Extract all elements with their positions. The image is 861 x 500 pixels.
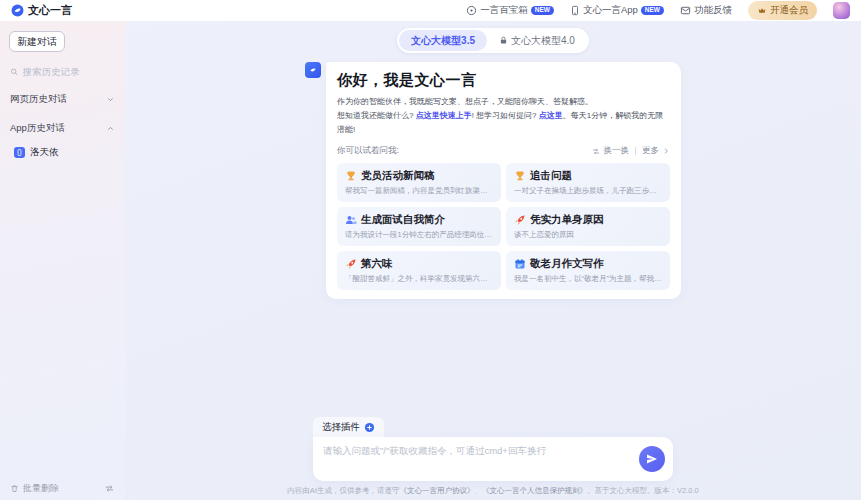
user-agreement-link[interactable]: 《文心一言用户协议》 xyxy=(399,486,474,495)
greeting-title: 你好，我是文心一言 xyxy=(337,71,670,90)
chevron-right-icon xyxy=(662,147,670,155)
suggestion-card[interactable]: 党员活动新闻稿 帮我写一篇新闻稿，内容是党员到红旗渠纪念馆开展活动 xyxy=(337,163,501,202)
search-icon xyxy=(10,67,19,77)
batch-delete-button[interactable]: 批量删除 xyxy=(23,482,59,495)
greeting-line2-part1: 想知道我还能做什么? xyxy=(337,111,416,120)
card-desc: 「酸甜苦咸鲜」之外，科学家竟发现第六种基本味道「脂... xyxy=(345,274,493,284)
bot-avatar xyxy=(305,62,321,78)
user-avatar[interactable] xyxy=(833,2,850,19)
divider xyxy=(635,147,636,155)
suggestion-card[interactable]: 生成面试自我简介 请为我设计一段1分钟左右的产品经理岗位面试自我介绍... xyxy=(337,207,501,246)
suggestion-card[interactable]: 第六味 「酸甜苦咸鲜」之外，科学家竟发现第六种基本味道「脂... xyxy=(337,251,501,290)
collapse-arrows-icon xyxy=(104,483,115,494)
disclaimer-footer: 内容由AI生成，仅供参考，请遵守《文心一言用户协议》、《文心一言个人信息保护规则… xyxy=(287,486,698,496)
how-to-ask-link[interactable]: 点这里 xyxy=(539,111,563,120)
suggestion-card[interactable]: 凭实力单身原因 谈不上恋爱的原因 xyxy=(506,207,670,246)
crown-icon xyxy=(757,6,767,15)
web-history-label: 网页历史对话 xyxy=(10,93,67,106)
greeting-line1: 作为你的智能伙伴，我既能写文案、想点子，又能陪你聊天、答疑解惑。 xyxy=(337,97,593,106)
greeting-panel: 你好，我是文心一言 作为你的智能伙伴，我既能写文案、想点子，又能陪你聊天、答疑解… xyxy=(326,62,681,299)
app-label: 文心一言App xyxy=(583,4,638,17)
message-input[interactable] xyxy=(313,437,673,481)
lock-icon xyxy=(499,36,508,45)
vip-button[interactable]: 开通会员 xyxy=(748,1,817,20)
send-plane-icon xyxy=(646,453,658,465)
tab-model-4-0[interactable]: 文心大模型4.0 xyxy=(487,30,587,51)
card-title: 追击问题 xyxy=(530,169,572,183)
calendar-icon xyxy=(514,258,526,270)
sidebar-bottom-bar: 批量删除 xyxy=(0,476,125,500)
suggestion-card[interactable]: 敬老月作文写作 我是一名初中生，以“敬老月”为主题，帮我写一篇作文，... xyxy=(506,251,670,290)
send-button[interactable] xyxy=(639,446,665,472)
toolbox-new-badge: NEW xyxy=(531,6,554,16)
refresh-label: 换一换 xyxy=(604,145,630,157)
chevron-down-icon xyxy=(106,95,115,104)
history-item-luotianyi[interactable]: 洛天依 xyxy=(14,146,115,159)
plugin-selector-tab[interactable]: 选择插件 xyxy=(313,417,384,437)
composer: 选择插件 内容由AI生成，仅供参考，请遵守《文心一言用户协议》、《文心一言个人信… xyxy=(313,417,673,500)
privacy-policy-link[interactable]: 《文心一言个人信息保护规则》 xyxy=(482,486,587,495)
logo-text: 文心一言 xyxy=(28,3,72,18)
tab-model-3-5[interactable]: 文心大模型3.5 xyxy=(399,30,487,51)
disclaimer-part2: 。基于文心大模型。版本：V2.0.0 xyxy=(587,486,699,495)
wenxin-logo[interactable]: 文心一言 xyxy=(11,3,72,18)
header-nav: 一言百宝箱 NEW 文心一言App NEW 功能反馈 开通会员 xyxy=(466,1,850,20)
new-chat-button[interactable]: 新建对话 xyxy=(9,31,65,52)
compass-icon xyxy=(466,5,477,16)
trophy-icon xyxy=(514,170,526,182)
app-chat-icon xyxy=(14,147,25,158)
phone-icon xyxy=(570,5,580,16)
history-search xyxy=(10,66,115,77)
bot-avatar-icon xyxy=(308,65,318,75)
trophy-icon xyxy=(345,170,357,182)
more-label: 更多 xyxy=(642,145,659,157)
try-actions: 换一换 更多 xyxy=(591,145,671,157)
app-history-section[interactable]: App历史对话 xyxy=(10,122,115,135)
plus-circle-icon xyxy=(364,422,375,433)
refresh-suggestions-button[interactable]: 换一换 xyxy=(591,145,630,157)
disclaimer-sep: 、 xyxy=(474,486,482,495)
wenxin-logo-icon xyxy=(11,4,24,17)
rocket-icon xyxy=(514,214,526,226)
card-title: 党员活动新闻稿 xyxy=(361,169,435,183)
people-icon xyxy=(345,214,357,226)
vip-label: 开通会员 xyxy=(770,4,808,17)
more-suggestions-button[interactable]: 更多 xyxy=(642,145,670,157)
quick-start-link[interactable]: 点这里快速上手 xyxy=(416,111,472,120)
trash-icon xyxy=(10,484,19,493)
toolbox-nav-item[interactable]: 一言百宝箱 NEW xyxy=(466,4,554,17)
model-selector: 文心大模型3.5 文心大模型4.0 xyxy=(397,28,589,53)
main-area: 文心大模型3.5 文心大模型4.0 你好，我是文心一言 作为你的智能伙伴，我既能… xyxy=(125,21,861,500)
history-search-input[interactable] xyxy=(23,66,115,77)
disclaimer-part1: 内容由AI生成，仅供参考，请遵守 xyxy=(287,486,399,495)
tab-model-3-5-label: 文心大模型3.5 xyxy=(411,34,475,48)
refresh-icon xyxy=(591,147,601,156)
greeting-paragraph: 作为你的智能伙伴，我既能写文案、想点子，又能陪你聊天、答疑解惑。 想知道我还能做… xyxy=(337,95,670,137)
sidebar: 新建对话 网页历史对话 App历史对话 洛天依 批量删除 xyxy=(0,21,125,500)
try-label: 你可以试着问我: xyxy=(337,145,399,157)
card-title: 敬老月作文写作 xyxy=(530,257,604,271)
greeting-line2-part2: ! 想学习如何提问? xyxy=(472,111,539,120)
card-desc: 帮我写一篇新闻稿，内容是党员到红旗渠纪念馆开展活动 xyxy=(345,186,493,196)
try-row: 你可以试着问我: 换一换 更多 xyxy=(337,145,670,157)
chevron-up-icon xyxy=(106,124,115,133)
top-header: 文心一言 一言百宝箱 NEW 文心一言App NEW 功能反馈 开通会员 xyxy=(0,0,861,21)
card-desc: 我是一名初中生，以“敬老月”为主题，帮我写一篇作文，... xyxy=(514,274,662,284)
card-title: 生成面试自我简介 xyxy=(361,213,445,227)
app-history-label: App历史对话 xyxy=(10,122,65,135)
plugin-label: 选择插件 xyxy=(322,421,360,434)
collapse-sidebar-button[interactable] xyxy=(104,483,115,494)
web-history-section[interactable]: 网页历史对话 xyxy=(10,93,115,106)
suggestion-card[interactable]: 追击问题 一对父子在操场上跑步晨练，儿子跑三步的时间父亲跑两... xyxy=(506,163,670,202)
card-title: 第六味 xyxy=(361,257,393,271)
rocket-icon xyxy=(345,258,357,270)
tab-model-4-0-label: 文心大模型4.0 xyxy=(511,34,575,48)
message-input-box xyxy=(313,437,673,481)
card-title: 凭实力单身原因 xyxy=(530,213,604,227)
toolbox-label: 一言百宝箱 xyxy=(480,4,528,17)
feedback-nav-item[interactable]: 功能反馈 xyxy=(680,4,732,17)
card-desc: 一对父子在操场上跑步晨练，儿子跑三步的时间父亲跑两... xyxy=(514,186,662,196)
feedback-label: 功能反馈 xyxy=(694,4,732,17)
app-nav-item[interactable]: 文心一言App NEW xyxy=(570,4,664,17)
card-desc: 请为我设计一段1分钟左右的产品经理岗位面试自我介绍... xyxy=(345,230,493,240)
